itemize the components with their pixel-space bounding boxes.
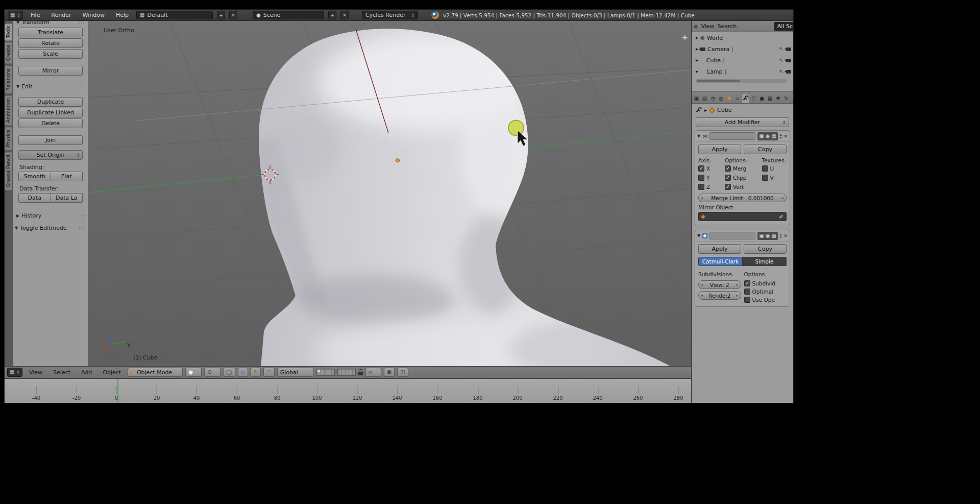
layers-grid-left[interactable] — [316, 369, 335, 376]
increment-arrow-icon[interactable]: ▸ — [736, 282, 738, 287]
checkbox[interactable] — [725, 165, 731, 172]
eyedropper-icon[interactable]: ✐ — [779, 214, 783, 220]
merge-checkbox[interactable]: Merg — [725, 165, 762, 172]
subsurf-apply-button[interactable]: Apply — [698, 244, 741, 254]
menu-add[interactable]: Add — [77, 369, 96, 376]
expand-triangle-icon[interactable]: ▸ — [696, 46, 698, 52]
tab-scene[interactable]: ◔ — [709, 93, 717, 103]
manipulator-translate-button[interactable]: ⊕ — [238, 368, 248, 377]
panel-header-transform[interactable]: ▼ Transform ::: — [13, 21, 88, 27]
scale-button[interactable]: Scale — [18, 49, 83, 59]
texture-v-checkbox[interactable]: V — [762, 175, 787, 181]
menu-select[interactable]: Select — [49, 369, 75, 376]
restrict-render-icon[interactable] — [786, 59, 791, 62]
outliner-item-cube[interactable]: ▸ ▽ Cube | ↖ — [692, 55, 793, 66]
lock-icon[interactable] — [358, 372, 363, 375]
tab-animation[interactable]: Animation — [5, 95, 13, 126]
increment-arrow-icon[interactable]: ▸ — [736, 293, 738, 298]
duplicate-button[interactable]: Duplicate — [18, 97, 83, 107]
simple-button[interactable]: Simple — [743, 257, 787, 266]
editor-type-button[interactable]: ▦ ⇕ — [7, 368, 22, 377]
viewport-shading-dropdown[interactable]: ● ⇕ — [185, 368, 202, 377]
outliner-item-camera[interactable]: ▸ Camera | ↖ — [692, 43, 793, 55]
outliner-menu-search[interactable]: Search — [718, 23, 737, 30]
restrict-select-icon[interactable]: ↖ — [779, 58, 783, 63]
outliner-menu-view[interactable]: View — [701, 23, 714, 30]
viewport-toggle-icon[interactable]: ◉ — [766, 134, 770, 139]
rotate-button[interactable]: Rotate — [18, 38, 83, 48]
expand-triangle-icon[interactable]: ▸ — [696, 58, 698, 63]
duplicate-linked-button[interactable]: Duplicate Linked — [18, 108, 83, 117]
viewport-toggle-icon[interactable]: ◉ — [766, 233, 770, 238]
scrollbar-thumb[interactable] — [697, 80, 740, 82]
delete-modifier-button[interactable]: ✕ — [783, 134, 788, 139]
outliner-display-mode-dropdown[interactable]: All Sc — [774, 22, 793, 31]
restrict-render-icon[interactable] — [786, 47, 791, 51]
tab-physics[interactable]: ↻ — [782, 93, 790, 103]
restrict-render-icon[interactable] — [786, 70, 791, 74]
subsurf-copy-button[interactable]: Copy — [744, 244, 787, 254]
translate-button[interactable]: Translate — [18, 28, 83, 37]
layers-grid-right[interactable] — [337, 369, 356, 376]
menu-view[interactable]: View — [25, 369, 46, 376]
checkbox[interactable] — [698, 175, 704, 181]
checkbox[interactable] — [725, 175, 731, 181]
editmode-toggle-icon[interactable]: ▦ — [771, 134, 776, 139]
panel-grip-icon[interactable]: ::: — [79, 84, 85, 89]
screen-layout-selector[interactable]: ▦ Default — [136, 11, 213, 19]
modifier-name-field[interactable] — [709, 132, 755, 140]
delete-scene-button[interactable]: ✕ — [340, 11, 349, 19]
checkbox[interactable] — [744, 280, 750, 286]
panel-grip-icon[interactable]: ::: — [79, 226, 85, 231]
object-origin-dot[interactable] — [396, 159, 400, 162]
tab-object-data[interactable]: ▽ — [750, 93, 757, 103]
restrict-select-icon[interactable]: ↖ — [779, 69, 783, 74]
join-button[interactable]: Join — [18, 135, 83, 145]
increment-arrow-icon[interactable]: ▸ — [782, 196, 784, 200]
menu-help[interactable]: Help — [112, 12, 132, 18]
view-subdivisions-field[interactable]: ◂ View: 2 ▸ — [698, 280, 741, 289]
axis-x-checkbox[interactable]: X — [698, 165, 725, 172]
subsurf-modifier-header[interactable]: ▼ ▣ ◉ ▦ ▴ ▾ ✕ — [695, 230, 790, 242]
restrict-select-icon[interactable]: ↖ — [779, 46, 783, 52]
checkbox[interactable] — [762, 175, 768, 181]
expand-triangle-icon[interactable]: ▸ — [696, 69, 698, 74]
opengl-render-still-button[interactable]: ▣ — [384, 368, 395, 377]
tab-material[interactable]: ● — [758, 93, 766, 103]
panel-grip-icon[interactable]: ::: — [79, 21, 85, 25]
tab-world[interactable]: ◍ — [717, 93, 725, 103]
panel-header-edit[interactable]: ▼ Edit ::: — [13, 82, 88, 91]
optimal-display-checkbox[interactable]: Optimal — [744, 289, 787, 295]
mirror-modifier-header[interactable]: ▼ ⋈ ▣ ◉ ▦ ▴ ▾ ✕ — [695, 131, 790, 142]
subdivide-uvs-checkbox[interactable]: Subdivid — [744, 280, 787, 286]
delete-screen-layout-button[interactable]: ✕ — [229, 11, 237, 19]
tab-create[interactable]: Create — [5, 42, 13, 64]
expand-triangle-icon[interactable]: ▸ — [696, 35, 698, 40]
panel-header-history[interactable]: ▶ History ::: — [13, 211, 88, 220]
render-engine-dropdown[interactable]: Cycles Render ⇕ — [362, 11, 418, 19]
use-opensubdiv-checkbox[interactable]: Use Ope — [744, 297, 787, 303]
texture-u-checkbox[interactable]: U — [762, 165, 787, 172]
modifier-name-field[interactable] — [709, 232, 755, 239]
editor-type-button[interactable]: ▦ ⇕ — [8, 11, 23, 20]
tab-physics[interactable]: Physics — [5, 127, 13, 151]
axis-y-checkbox[interactable]: Y — [698, 175, 725, 181]
manipulator-scale-button[interactable]: ▢ — [263, 368, 274, 377]
set-origin-dropdown[interactable]: Set Origin ⇕ — [18, 150, 83, 160]
shade-flat-button[interactable]: Flat — [51, 172, 83, 181]
axis-z-checkbox[interactable]: Z — [698, 184, 725, 190]
mirror-copy-button[interactable]: Copy — [744, 145, 787, 154]
add-scene-button[interactable]: + — [328, 11, 336, 19]
tab-render-layers[interactable]: ▤ — [701, 93, 708, 103]
menu-object[interactable]: Object — [99, 369, 125, 376]
proportional-edit-button[interactable]: ◯ — [223, 368, 235, 377]
checkbox[interactable] — [725, 184, 731, 190]
snap-dropdown[interactable]: ∩ ⇕ — [365, 368, 381, 377]
region-expand-button[interactable]: + — [681, 34, 688, 41]
data-transfer-button[interactable]: Data — [18, 193, 51, 203]
mirror-object-field[interactable]: ✐ — [698, 212, 787, 221]
menu-window[interactable]: Window — [79, 12, 108, 18]
tab-tools[interactable]: Tools — [5, 23, 13, 41]
editmode-toggle-icon[interactable]: ▦ — [771, 233, 776, 238]
vertex-groups-checkbox[interactable]: Vert — [725, 184, 762, 190]
